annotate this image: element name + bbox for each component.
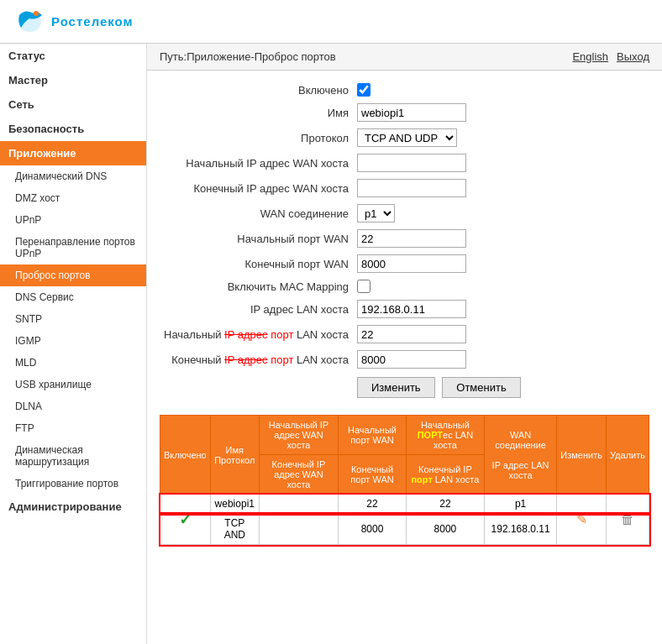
enabled-checkbox[interactable] [357,83,370,97]
td-enabled: ✓ [160,495,211,545]
sidebar-item-security[interactable]: Безопасность [0,117,146,141]
sidebar-item-network[interactable]: Сеть [0,92,146,117]
td-end-ip-wan [259,514,338,545]
td-protocol: TCP AND [210,514,259,545]
sidebar-item-dns-service[interactable]: DNS Сервис [0,286,146,308]
sidebar-item-usb[interactable]: USB хранилище [0,374,146,395]
protocol-label: Протокол [164,132,357,144]
delete-icon[interactable]: 🗑 [621,512,634,526]
sidebar-item-admin[interactable]: Администрирование [0,495,146,519]
wan-connection-label: WAN соединение [164,207,357,220]
table-row: ✓ webiopi1 22 22 p1 ✎ 🗑 [160,495,649,514]
th-enabled: Включено [160,416,211,495]
start-ip-wan-label: Начальный IP адрес WAN хоста [164,157,357,170]
sidebar-item-ftp[interactable]: FTP [0,417,146,439]
svg-point-1 [34,11,39,16]
sidebar-item-mld[interactable]: MLD [0,352,146,374]
end-ip-wan-row: Конечный IP адрес WAN хоста [164,179,645,197]
sidebar-item-igmp[interactable]: IGMP [0,330,146,352]
start-port-wan-row: Начальный порт WAN [164,229,645,248]
enabled-row: Включено [164,83,645,97]
name-row: Имя [164,103,645,122]
td-edit[interactable]: ✎ [557,495,607,545]
name-label: Имя [164,107,357,119]
sidebar-item-port-trigger[interactable]: Триггирование портов [0,473,146,495]
end-port-wan-row: Конечный порт WAN [164,254,645,273]
td-start-lan-port: 22 [406,495,484,514]
sidebar-item-sntp[interactable]: SNTP [0,308,146,330]
english-link[interactable]: English [572,50,608,63]
logout-link[interactable]: Выход [617,50,649,63]
th-start-port-wan: Начальный порт WAN [339,416,407,455]
sidebar-item-upnp[interactable]: UPnP [0,209,146,231]
td-end-lan-port: 8000 [406,514,484,545]
port-forward-table: Включено ИмяПротокол Начальный IP адрес … [147,411,662,558]
protocol-select[interactable]: TCP AND UDP TCP UDP [357,128,457,147]
header: Ростелеком [0,0,662,44]
table-header-row: Включено ИмяПротокол Начальный IP адрес … [160,416,649,455]
enabled-label: Включено [164,84,357,97]
th-wan-conn: WAN соединениеIP адрес LAN хоста [484,416,557,495]
th-end-port-wan: Конечный порт WAN [339,455,407,495]
mac-mapping-label: Включить MAC Mapping [164,280,357,293]
sidebar: Статус Мастер Сеть Безопасность Приложен… [0,44,147,644]
mac-mapping-row: Включить MAC Mapping [164,280,645,293]
th-start-lan: Начальный ПОРТec LAN хоста [406,416,484,455]
th-name: ИмяПротокол [210,416,259,495]
start-port-wan-label: Начальный порт WAN [164,233,357,245]
td-start-port-wan: 22 [339,495,407,514]
start-lan-port-row: Начальный IP адрес порт LAN хоста [164,325,645,343]
th-delete: Удалить [606,416,649,495]
logo-text: Ростелеком [51,14,134,29]
main-layout: Статус Мастер Сеть Безопасность Приложен… [0,44,662,644]
main-header: Путь:Приложение-Проброс портов English В… [147,44,662,71]
end-port-wan-input[interactable] [357,254,466,273]
protocol-row: Протокол TCP AND UDP TCP UDP [164,128,645,147]
port-forward-form: Включено Имя Протокол TCP AND UDP TCP UD… [147,71,662,411]
td-delete[interactable]: 🗑 [606,495,649,545]
sidebar-item-app[interactable]: Приложение [0,141,146,165]
wan-connection-row: WAN соединение p1 p2 [164,204,645,223]
th-end-ip-wan: Конечный IP адрес WAN хоста [259,455,338,495]
logo: Ростелеком [13,7,134,36]
main-content: Путь:Приложение-Проброс портов English В… [147,44,662,644]
end-lan-port-input[interactable] [357,350,466,369]
end-lan-port-row: Конечный IP адрес порт LAN хоста [164,350,645,369]
th-change: Изменить [557,416,607,495]
sidebar-item-dlna[interactable]: DLNA [0,395,146,417]
logo-icon [13,7,46,36]
lan-ip-row: IP адрес LAN хоста [164,300,645,318]
end-ip-wan-input[interactable] [357,179,466,197]
sidebar-item-dynamic-routing[interactable]: Динамическая маршрутизация [0,439,146,473]
td-end-port-wan: 8000 [339,514,407,545]
start-ip-wan-row: Начальный IP адрес WAN хоста [164,154,645,172]
th-start-ip-wan: Начальный IP адрес WAN хоста [259,416,338,455]
start-ip-wan-input[interactable] [357,154,466,172]
table: Включено ИмяПротокол Начальный IP адрес … [160,415,649,545]
td-lan-ip: 192.168.0.11 [484,514,557,545]
start-lan-port-input[interactable] [357,325,466,343]
th-end-lan: Конечный IP порт LAN хоста [406,455,484,495]
header-links: English Выход [572,50,649,63]
sidebar-item-dmz[interactable]: DMZ хост [0,187,146,209]
end-ip-wan-label: Конечный IP адрес WAN хоста [164,182,357,195]
sidebar-item-dynamic-dns[interactable]: Динамический DNS [0,165,146,187]
end-lan-label: Конечный IP адрес порт LAN хоста [164,353,357,366]
change-button[interactable]: Изменить [357,377,435,398]
cancel-button[interactable]: Отменить [442,377,520,398]
name-input[interactable] [357,103,466,122]
wan-connection-select[interactable]: p1 p2 [357,204,395,223]
td-start-ip-wan [259,495,338,514]
sidebar-item-port-redirect[interactable]: Перенаправление портов UPnP [0,231,146,264]
lan-ip-input[interactable] [357,300,466,318]
td-wan-conn: p1 [484,495,557,514]
start-port-wan-input[interactable] [357,229,466,248]
form-buttons: Изменить Отменить [164,377,645,398]
breadcrumb: Путь:Приложение-Проброс портов [160,50,336,63]
edit-icon[interactable]: ✎ [576,512,587,526]
mac-mapping-checkbox[interactable] [357,280,370,293]
sidebar-item-port-forward[interactable]: Проброс портов [0,264,146,286]
td-name: webiopi1 [210,495,259,514]
sidebar-item-master[interactable]: Мастер [0,68,146,92]
sidebar-item-status[interactable]: Статус [0,44,146,68]
